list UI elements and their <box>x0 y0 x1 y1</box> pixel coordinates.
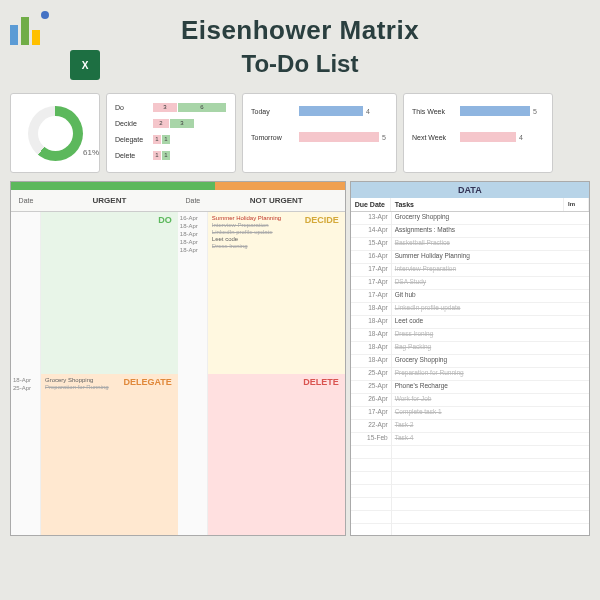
quadrant-do[interactable]: DO <box>41 212 178 374</box>
col-date: Date <box>11 190 41 211</box>
quadrant-delete[interactable]: DELETE <box>208 374 345 536</box>
data-title: DATA <box>351 182 589 198</box>
chart-today-tomorrow: Today4Tomorrow5 <box>242 93 397 173</box>
header-urgent: URGENT <box>41 190 178 211</box>
decorative-corner <box>5 5 55 55</box>
svg-rect-1 <box>21 17 29 45</box>
eisenhower-matrix: Date URGENT Date NOT URGENT DO 16-Apr18-… <box>10 181 346 536</box>
header-not-urgent: NOT URGENT <box>208 190 345 211</box>
data-table: DATA Due Date Tasks Im 13-AprGrocerry Sh… <box>350 181 590 536</box>
col-due-date[interactable]: Due Date <box>351 198 391 211</box>
chart-priority-bars: Do36Decide23Delegate11Delete11 <box>106 93 236 173</box>
title-main: Eisenhower Matrix <box>10 15 590 46</box>
quadrant-delegate[interactable]: DELEGATE Grocery ShoppingPreparation for… <box>41 374 178 536</box>
excel-icon: X <box>70 50 100 80</box>
chart-completion-donut: 61% <box>10 93 100 173</box>
quadrant-decide[interactable]: DECIDE Summer Holiday PlanningInterview … <box>208 212 345 374</box>
svg-rect-2 <box>32 30 40 45</box>
col-importance[interactable]: Im <box>564 198 589 211</box>
col-date-2: Date <box>178 190 208 211</box>
col-tasks[interactable]: Tasks <box>391 198 564 211</box>
svg-rect-0 <box>10 25 18 45</box>
svg-point-3 <box>41 11 49 19</box>
chart-this-next-week: This Week5Next Week4 <box>403 93 553 173</box>
